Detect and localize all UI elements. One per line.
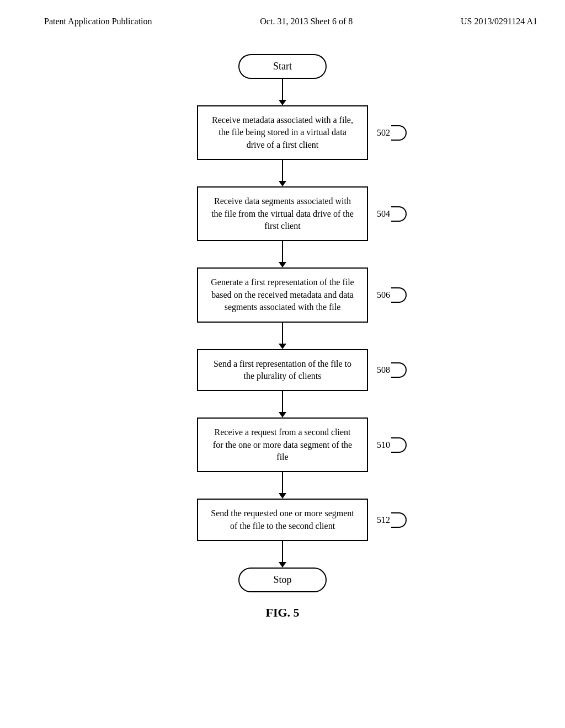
step-502-wrapper: Receive metadata associated with a file,… — [197, 105, 368, 160]
arrow-line-4 — [282, 323, 283, 344]
start-wrapper: Start — [238, 54, 327, 79]
step-506-wrapper: Generate a first representation of the f… — [197, 267, 368, 322]
step-510-arc — [391, 437, 407, 453]
arrow-head-2 — [279, 181, 286, 186]
arrow-7 — [279, 541, 286, 568]
flowchart: Start Receive metadata associated with a… — [0, 32, 565, 631]
step-508-wrapper: Send a first representation of the file … — [197, 349, 368, 392]
arrow-line-7 — [282, 541, 283, 562]
arrow-5 — [279, 391, 286, 417]
step-512-arc — [391, 512, 407, 528]
step-512-label: 512 — [377, 512, 407, 528]
header: Patent Application Publication Oct. 31, … — [0, 0, 565, 32]
stop-wrapper: Stop — [238, 568, 327, 592]
arrow-head-7 — [279, 562, 286, 568]
step-502-box: Receive metadata associated with a file,… — [197, 105, 368, 160]
arrow-head-6 — [279, 493, 286, 499]
arrow-3 — [279, 241, 286, 267]
step-504-box: Receive data segments associated with th… — [197, 186, 368, 241]
arrow-line-2 — [282, 160, 283, 181]
step-512-wrapper: Send the requested one or more segment o… — [197, 499, 368, 541]
step-504-label: 504 — [377, 206, 407, 222]
step-502-number: 502 — [377, 128, 390, 138]
arrow-head-5 — [279, 412, 286, 417]
page: Patent Application Publication Oct. 31, … — [0, 0, 565, 728]
figure-caption: FIG. 5 — [265, 606, 299, 620]
step-512-number: 512 — [377, 515, 390, 525]
step-512-box: Send the requested one or more segment o… — [197, 499, 368, 541]
step-504-number: 504 — [377, 209, 390, 219]
start-box: Start — [238, 54, 327, 79]
step-506-label: 506 — [377, 287, 407, 303]
arrow-1 — [279, 79, 286, 105]
header-publication: Patent Application Publication — [44, 17, 152, 26]
step-508-number: 508 — [377, 365, 390, 375]
step-510-number: 510 — [377, 440, 390, 450]
step-504-arc — [391, 206, 407, 222]
step-510-label: 510 — [377, 437, 407, 453]
arrow-head-1 — [279, 100, 286, 105]
step-506-box: Generate a first representation of the f… — [197, 267, 368, 322]
step-506-arc — [391, 287, 407, 303]
arrow-line-6 — [282, 472, 283, 493]
step-510-wrapper: Receive a request from a second client f… — [197, 417, 368, 472]
step-508-label: 508 — [377, 362, 407, 378]
arrow-line-5 — [282, 391, 283, 412]
arrow-line-1 — [282, 79, 283, 100]
arrow-head-4 — [279, 344, 286, 349]
step-510-box: Receive a request from a second client f… — [197, 417, 368, 472]
arrow-head-3 — [279, 262, 286, 267]
step-504-wrapper: Receive data segments associated with th… — [197, 186, 368, 241]
stop-box: Stop — [238, 568, 327, 592]
header-patent-number: US 2013/0291124 A1 — [461, 17, 537, 26]
step-502-label: 502 — [377, 125, 407, 141]
step-508-arc — [391, 362, 407, 378]
step-508-box: Send a first representation of the file … — [197, 349, 368, 392]
header-date-sheet: Oct. 31, 2013 Sheet 6 of 8 — [260, 17, 353, 26]
step-502-arc — [391, 125, 407, 141]
step-506-number: 506 — [377, 290, 390, 300]
arrow-line-3 — [282, 241, 283, 262]
arrow-4 — [279, 323, 286, 349]
arrow-2 — [279, 160, 286, 186]
arrow-6 — [279, 472, 286, 499]
